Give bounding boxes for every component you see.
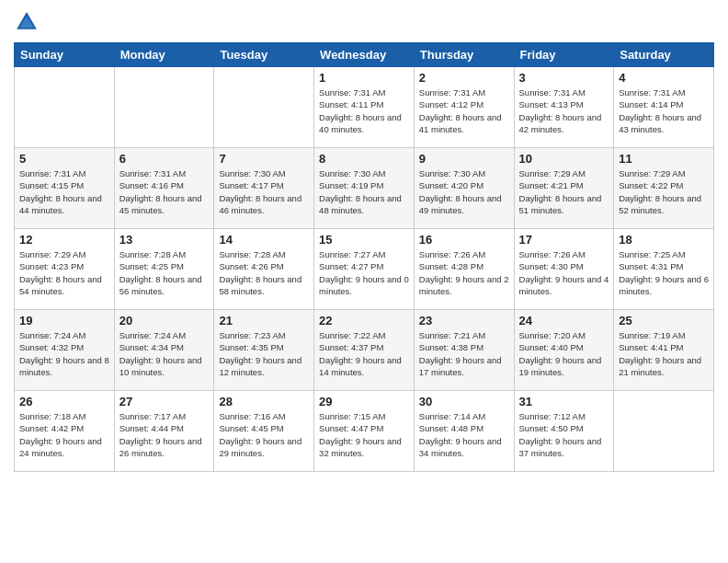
calendar-cell: 4 Sunrise: 7:31 AMSunset: 4:14 PMDayligh… (614, 67, 714, 148)
day-number: 31 (519, 395, 609, 408)
calendar-week-row: 1 Sunrise: 7:31 AMSunset: 4:11 PMDayligh… (15, 67, 714, 148)
day-info: Sunrise: 7:18 AMSunset: 4:42 PMDaylight:… (19, 410, 109, 459)
day-info: Sunrise: 7:26 AMSunset: 4:28 PMDaylight:… (419, 248, 509, 297)
day-info: Sunrise: 7:29 AMSunset: 4:23 PMDaylight:… (19, 248, 109, 297)
day-number: 2 (419, 71, 509, 85)
day-info: Sunrise: 7:31 AMSunset: 4:15 PMDaylight:… (19, 167, 109, 216)
day-info: Sunrise: 7:23 AMSunset: 4:35 PMDaylight:… (219, 329, 309, 378)
calendar-week-row: 19 Sunrise: 7:24 AMSunset: 4:32 PMDaylig… (15, 310, 714, 391)
calendar-cell: 31 Sunrise: 7:12 AMSunset: 4:50 PMDaylig… (514, 391, 614, 472)
day-number: 16 (419, 233, 509, 247)
calendar-cell: 30 Sunrise: 7:14 AMSunset: 4:48 PMDaylig… (414, 391, 514, 472)
day-info: Sunrise: 7:30 AMSunset: 4:20 PMDaylight:… (419, 167, 509, 216)
calendar-cell: 14 Sunrise: 7:28 AMSunset: 4:26 PMDaylig… (214, 229, 314, 310)
col-monday: Monday (114, 43, 214, 67)
calendar-cell: 9 Sunrise: 7:30 AMSunset: 4:20 PMDayligh… (414, 148, 514, 229)
day-number: 19 (19, 314, 109, 327)
page: Sunday Monday Tuesday Wednesday Thursday… (0, 0, 728, 563)
day-number: 21 (219, 314, 309, 327)
day-number: 5 (19, 152, 109, 166)
day-info: Sunrise: 7:15 AMSunset: 4:47 PMDaylight:… (319, 410, 409, 459)
day-number: 14 (219, 233, 309, 247)
calendar-cell (114, 67, 214, 148)
day-info: Sunrise: 7:29 AMSunset: 4:21 PMDaylight:… (519, 167, 609, 216)
day-number: 17 (519, 233, 609, 247)
calendar-cell: 20 Sunrise: 7:24 AMSunset: 4:34 PMDaylig… (114, 310, 214, 391)
calendar-cell: 6 Sunrise: 7:31 AMSunset: 4:16 PMDayligh… (114, 148, 214, 229)
day-number: 25 (619, 314, 709, 327)
day-info: Sunrise: 7:31 AMSunset: 4:14 PMDaylight:… (619, 86, 709, 135)
day-info: Sunrise: 7:31 AMSunset: 4:16 PMDaylight:… (119, 167, 210, 216)
calendar-cell: 18 Sunrise: 7:25 AMSunset: 4:31 PMDaylig… (614, 229, 714, 310)
calendar-cell: 1 Sunrise: 7:31 AMSunset: 4:11 PMDayligh… (314, 67, 415, 148)
day-info: Sunrise: 7:12 AMSunset: 4:50 PMDaylight:… (519, 410, 609, 459)
day-info: Sunrise: 7:17 AMSunset: 4:44 PMDaylight:… (119, 410, 210, 459)
day-info: Sunrise: 7:26 AMSunset: 4:30 PMDaylight:… (519, 248, 609, 297)
day-info: Sunrise: 7:14 AMSunset: 4:48 PMDaylight:… (419, 410, 509, 459)
day-number: 1 (319, 71, 409, 85)
calendar-cell: 24 Sunrise: 7:20 AMSunset: 4:40 PMDaylig… (514, 310, 614, 391)
day-info: Sunrise: 7:31 AMSunset: 4:12 PMDaylight:… (419, 86, 509, 135)
calendar-cell: 5 Sunrise: 7:31 AMSunset: 4:15 PMDayligh… (15, 148, 115, 229)
calendar-cell (214, 67, 314, 148)
day-info: Sunrise: 7:30 AMSunset: 4:19 PMDaylight:… (319, 167, 409, 216)
day-number: 8 (319, 152, 409, 166)
day-info: Sunrise: 7:25 AMSunset: 4:31 PMDaylight:… (619, 248, 709, 297)
day-info: Sunrise: 7:29 AMSunset: 4:22 PMDaylight:… (619, 167, 709, 216)
day-info: Sunrise: 7:20 AMSunset: 4:40 PMDaylight:… (519, 329, 609, 378)
day-number: 28 (219, 395, 309, 408)
calendar-table: Sunday Monday Tuesday Wednesday Thursday… (14, 42, 714, 472)
day-info: Sunrise: 7:27 AMSunset: 4:27 PMDaylight:… (319, 248, 409, 297)
day-number: 24 (519, 314, 609, 327)
col-wednesday: Wednesday (314, 43, 415, 67)
day-number: 30 (419, 395, 509, 408)
col-saturday: Saturday (614, 43, 714, 67)
day-number: 12 (19, 233, 109, 247)
day-number: 18 (619, 233, 709, 247)
calendar-header-row: Sunday Monday Tuesday Wednesday Thursday… (15, 43, 714, 67)
calendar-cell: 26 Sunrise: 7:18 AMSunset: 4:42 PMDaylig… (15, 391, 115, 472)
day-number: 7 (219, 152, 309, 166)
calendar-cell: 17 Sunrise: 7:26 AMSunset: 4:30 PMDaylig… (514, 229, 614, 310)
header (14, 9, 714, 35)
day-info: Sunrise: 7:21 AMSunset: 4:38 PMDaylight:… (419, 329, 509, 378)
calendar-week-row: 12 Sunrise: 7:29 AMSunset: 4:23 PMDaylig… (15, 229, 714, 310)
calendar-cell: 25 Sunrise: 7:19 AMSunset: 4:41 PMDaylig… (614, 310, 714, 391)
day-number: 6 (119, 152, 210, 166)
col-thursday: Thursday (414, 43, 514, 67)
calendar-cell (614, 391, 714, 472)
col-friday: Friday (514, 43, 614, 67)
calendar-cell: 22 Sunrise: 7:22 AMSunset: 4:37 PMDaylig… (314, 310, 415, 391)
calendar-cell: 23 Sunrise: 7:21 AMSunset: 4:38 PMDaylig… (414, 310, 514, 391)
calendar-cell: 7 Sunrise: 7:30 AMSunset: 4:17 PMDayligh… (214, 148, 314, 229)
day-info: Sunrise: 7:30 AMSunset: 4:17 PMDaylight:… (219, 167, 309, 216)
calendar-cell: 2 Sunrise: 7:31 AMSunset: 4:12 PMDayligh… (414, 67, 514, 148)
day-number: 15 (319, 233, 409, 247)
day-info: Sunrise: 7:24 AMSunset: 4:34 PMDaylight:… (119, 329, 210, 378)
calendar-cell: 12 Sunrise: 7:29 AMSunset: 4:23 PMDaylig… (15, 229, 115, 310)
day-info: Sunrise: 7:24 AMSunset: 4:32 PMDaylight:… (19, 329, 109, 378)
col-sunday: Sunday (15, 43, 115, 67)
calendar-cell: 16 Sunrise: 7:26 AMSunset: 4:28 PMDaylig… (414, 229, 514, 310)
day-info: Sunrise: 7:31 AMSunset: 4:11 PMDaylight:… (319, 86, 409, 135)
calendar-week-row: 26 Sunrise: 7:18 AMSunset: 4:42 PMDaylig… (15, 391, 714, 472)
day-number: 23 (419, 314, 509, 327)
day-number: 29 (319, 395, 409, 408)
day-number: 3 (519, 71, 609, 85)
day-number: 26 (19, 395, 109, 408)
calendar-cell (15, 67, 115, 148)
day-info: Sunrise: 7:31 AMSunset: 4:13 PMDaylight:… (519, 86, 609, 135)
day-number: 4 (619, 71, 709, 85)
day-number: 10 (519, 152, 609, 166)
day-info: Sunrise: 7:16 AMSunset: 4:45 PMDaylight:… (219, 410, 309, 459)
calendar-cell: 29 Sunrise: 7:15 AMSunset: 4:47 PMDaylig… (314, 391, 415, 472)
calendar-cell: 27 Sunrise: 7:17 AMSunset: 4:44 PMDaylig… (114, 391, 214, 472)
day-info: Sunrise: 7:22 AMSunset: 4:37 PMDaylight:… (319, 329, 409, 378)
day-number: 20 (119, 314, 210, 327)
day-number: 9 (419, 152, 509, 166)
logo-icon (14, 9, 40, 35)
day-info: Sunrise: 7:19 AMSunset: 4:41 PMDaylight:… (619, 329, 709, 378)
col-tuesday: Tuesday (214, 43, 314, 67)
day-info: Sunrise: 7:28 AMSunset: 4:26 PMDaylight:… (219, 248, 309, 297)
calendar-cell: 19 Sunrise: 7:24 AMSunset: 4:32 PMDaylig… (15, 310, 115, 391)
